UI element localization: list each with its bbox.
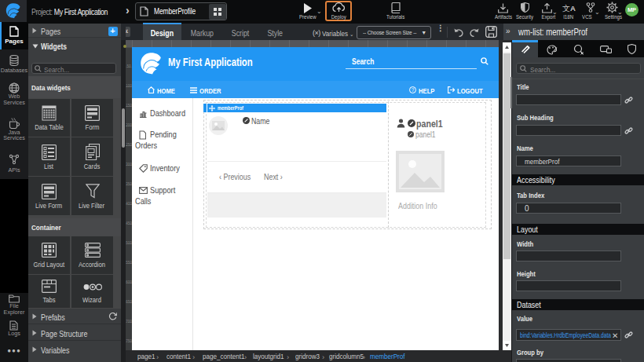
svg-text:?: ?	[412, 87, 415, 93]
